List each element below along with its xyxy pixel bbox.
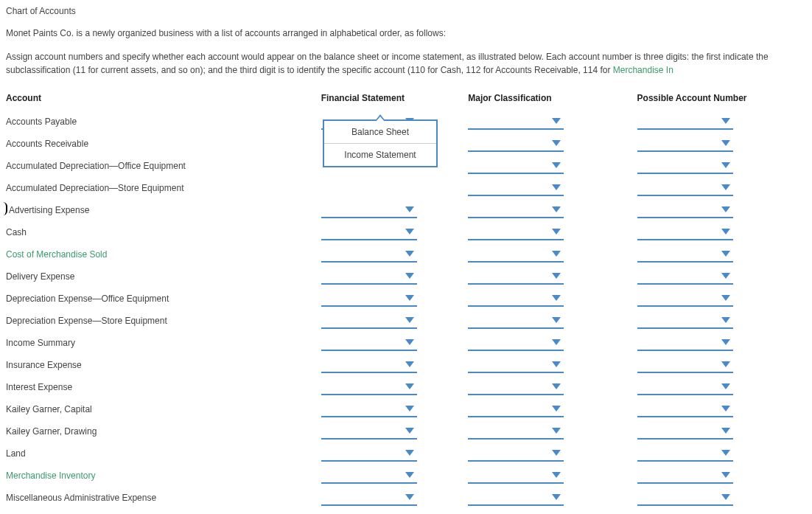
major-dropdown[interactable] <box>468 423 564 440</box>
number-dropdown[interactable] <box>637 246 733 263</box>
financial-dropdown[interactable] <box>321 202 417 218</box>
table-row: Cost of Merchandise Sold <box>6 243 806 265</box>
number-dropdown[interactable] <box>637 379 733 395</box>
number-dropdown[interactable] <box>637 335 733 351</box>
number-dropdown[interactable] <box>637 202 733 218</box>
chevron-down-icon <box>552 494 561 500</box>
number-dropdown[interactable] <box>637 268 733 285</box>
major-cell <box>468 288 637 310</box>
major-dropdown[interactable] <box>468 291 564 307</box>
financial-dropdown[interactable] <box>321 291 417 307</box>
chevron-down-icon <box>552 229 561 235</box>
number-cell <box>637 509 806 514</box>
financial-cell <box>321 465 469 487</box>
header-number: Possible Account Number <box>637 90 806 111</box>
number-cell <box>637 487 806 509</box>
number-dropdown[interactable] <box>637 180 733 196</box>
table-row: Income Summary <box>6 332 806 354</box>
financial-dropdown[interactable] <box>321 468 417 484</box>
dropdown-option-balance-sheet[interactable]: Balance Sheet <box>324 121 436 143</box>
financial-cell <box>321 376 469 398</box>
major-dropdown[interactable] <box>468 379 564 395</box>
chevron-down-icon <box>721 273 730 279</box>
number-cell <box>637 265 806 288</box>
number-dropdown[interactable] <box>637 490 733 506</box>
financial-dropdown[interactable] <box>321 490 417 506</box>
instructions-text: Assign account numbers and specify wheth… <box>6 50 806 77</box>
financial-cell <box>321 398 469 420</box>
table-row: Cash <box>6 221 806 243</box>
chevron-down-icon <box>405 273 414 279</box>
number-cell <box>637 243 806 265</box>
number-dropdown[interactable] <box>637 445 733 462</box>
number-dropdown[interactable] <box>637 291 733 307</box>
major-dropdown[interactable] <box>468 490 564 506</box>
major-dropdown[interactable] <box>468 335 564 351</box>
financial-cell <box>321 487 469 509</box>
chevron-down-icon <box>552 339 561 345</box>
financial-dropdown[interactable] <box>321 423 417 440</box>
financial-cell <box>321 420 469 442</box>
major-dropdown[interactable] <box>468 313 564 329</box>
account-name: Depreciation Expense—Store Equipment <box>6 310 321 332</box>
financial-dropdown[interactable] <box>321 313 417 329</box>
number-dropdown[interactable] <box>637 401 733 417</box>
financial-dropdown[interactable] <box>321 379 417 395</box>
table-header-row: Account Financial Statement Major Classi… <box>6 90 806 111</box>
table-row: Land <box>6 442 806 465</box>
number-dropdown[interactable] <box>637 468 733 484</box>
number-dropdown[interactable] <box>637 357 733 373</box>
financial-dropdown[interactable] <box>321 268 417 285</box>
number-dropdown[interactable] <box>637 224 733 240</box>
table-row: Miscellaneous Administrative Expense <box>6 487 806 509</box>
number-cell <box>637 177 806 199</box>
table-row: Accumulated Depreciation—Store Equipment <box>6 177 806 199</box>
account-name: Interest Expense <box>6 376 321 398</box>
financial-dropdown[interactable] <box>321 445 417 462</box>
financial-dropdown[interactable] <box>321 224 417 240</box>
major-dropdown[interactable] <box>468 136 564 152</box>
instructions-link[interactable]: Merchandise In <box>613 65 673 75</box>
major-dropdown[interactable] <box>468 224 564 240</box>
major-dropdown[interactable] <box>468 114 564 130</box>
number-dropdown[interactable] <box>637 313 733 329</box>
number-dropdown[interactable] <box>637 423 733 440</box>
financial-dropdown[interactable] <box>321 335 417 351</box>
major-dropdown[interactable] <box>468 202 564 218</box>
major-dropdown[interactable] <box>468 158 564 174</box>
major-dropdown[interactable] <box>468 445 564 462</box>
major-cell <box>468 398 637 420</box>
financial-cell <box>321 243 469 265</box>
accounts-table: Account Financial Statement Major Classi… <box>6 90 806 514</box>
financial-dropdown[interactable] <box>321 401 417 417</box>
major-dropdown[interactable] <box>468 180 564 196</box>
financial-dropdown[interactable] <box>321 357 417 373</box>
major-dropdown[interactable] <box>468 401 564 417</box>
chevron-down-icon <box>721 229 730 235</box>
financial-dropdown[interactable] <box>321 246 417 263</box>
number-dropdown[interactable] <box>637 136 733 152</box>
account-name: Miscellaneous Selling Expense <box>6 509 321 514</box>
account-name: Kailey Garner, Capital <box>6 398 321 420</box>
number-dropdown[interactable] <box>637 158 733 174</box>
major-dropdown[interactable] <box>468 468 564 484</box>
header-major: Major Classification <box>468 90 637 111</box>
major-cell <box>468 133 637 155</box>
number-dropdown[interactable] <box>637 114 733 130</box>
chevron-down-icon <box>721 206 730 212</box>
chevron-down-icon <box>405 472 414 478</box>
chevron-down-icon <box>405 406 414 411</box>
major-cell <box>468 465 637 487</box>
account-name: Cash <box>6 221 321 243</box>
chevron-down-icon <box>405 339 414 345</box>
major-dropdown[interactable] <box>468 268 564 285</box>
account-name: Accumulated Depreciation—Office Equipmen… <box>6 155 321 177</box>
major-dropdown[interactable] <box>468 246 564 263</box>
account-name: Income Summary <box>6 332 321 354</box>
chevron-down-icon <box>405 206 414 212</box>
major-dropdown[interactable] <box>468 357 564 373</box>
chevron-down-icon <box>721 494 730 500</box>
account-name: Accumulated Depreciation—Store Equipment <box>6 177 321 199</box>
dropdown-option-income-statement[interactable]: Income Statement <box>324 143 436 166</box>
number-cell <box>637 420 806 442</box>
